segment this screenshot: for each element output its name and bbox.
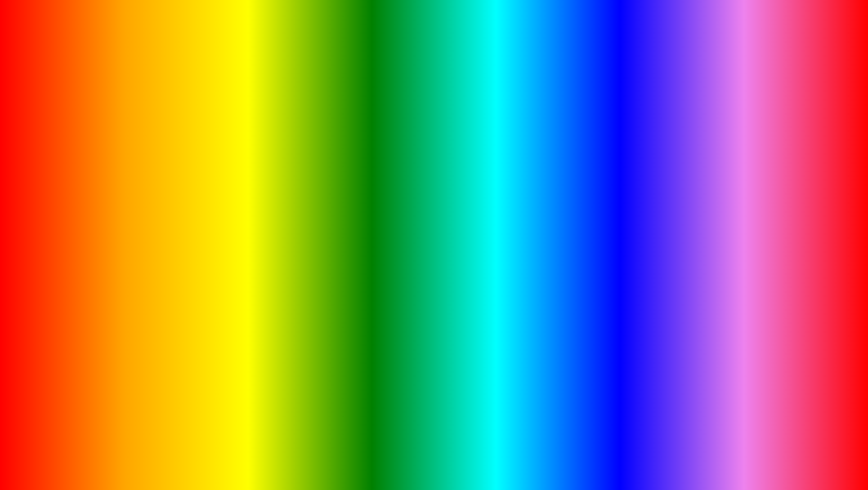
nav-teleport[interactable]: • Teleport •	[186, 147, 215, 155]
window-icon	[64, 134, 72, 142]
ms-content: Main Setting Level Item Item 2 Island Lo…	[635, 167, 822, 271]
select-monster-label[interactable]: Select Monster	[75, 201, 108, 206]
ms-close-btn[interactable]: ×	[814, 158, 818, 165]
ws-distance-row: Distance 11	[263, 206, 324, 212]
ms-slider-fill	[699, 233, 746, 235]
ms-z-label: Z	[699, 257, 702, 263]
nav-home[interactable]: • Home •	[63, 147, 87, 155]
ms-brand: King Legacy	[640, 158, 671, 165]
auto-haki-row: Auto Haki	[263, 226, 324, 233]
misc-title: \\ Misc //	[266, 217, 284, 222]
ms-auto-skill-label: Auto Skill	[699, 248, 721, 254]
auto-farm-no-quest-checkbox[interactable]	[63, 179, 69, 185]
skill-x-row: Skill X	[263, 255, 324, 262]
misc-header: \\ Misc // ✕	[263, 214, 324, 224]
auto-haki-toggle[interactable]	[310, 226, 324, 233]
skill-x-toggle[interactable]	[310, 255, 324, 262]
king-logo-box: 💀 KINGLEGACY	[738, 355, 819, 436]
ms-left-panel: Main Setting Level Item Item 2 Island Lo…	[635, 167, 694, 271]
monster-quest-checkbox[interactable]	[63, 209, 69, 214]
ms-menu-item[interactable]: Item	[639, 195, 689, 207]
window-title: Windows - King Legacy [New World]	[116, 135, 217, 142]
ms-type-weapon-label: Type Weapon	[699, 200, 817, 205]
settings-window: \\ Settings // ✕ Sword ‹ Above ‹ Distanc…	[259, 178, 328, 277]
ms-title-right: # Main Setting	[725, 158, 761, 165]
ws-sword-chevron: ‹	[323, 192, 324, 196]
ms-type-farm-arrow: ▼	[806, 186, 813, 193]
ms-menu-level[interactable]: Level	[639, 183, 689, 195]
skill-z-label: Skill Z	[263, 247, 276, 252]
nav-config[interactable]: • Config •	[89, 147, 115, 155]
af-quest-label: With Quest	[206, 213, 231, 218]
ms-type-weapon-dropdown[interactable]: Sword ▼	[699, 208, 817, 220]
ms-haki-label: Haki	[699, 239, 710, 245]
ms-type-weapon-value: Sword	[703, 211, 718, 217]
ws-above-label: Above	[263, 199, 277, 204]
main-title: KING LEGACY	[0, 4, 868, 76]
title-container: KING LEGACY	[0, 4, 868, 76]
ws-content: Sword ‹ Above ‹ Distance 11 \\ Misc // ✕…	[260, 188, 327, 276]
ms-set-distance-label: Set Distance	[699, 224, 817, 229]
version-number: 4.66	[277, 419, 374, 477]
ms-menu-local-player[interactable]: LocalPlayer	[639, 230, 689, 242]
ms-z-row: Z	[699, 257, 817, 263]
nav-farming[interactable]: • Farming •	[117, 147, 147, 155]
skills-header: \\ Skills //	[263, 239, 324, 244]
af-menu-credits[interactable]: Credits	[152, 247, 201, 256]
skills-section: \\ Skills // Skill Z Skill X Skill C	[263, 236, 324, 271]
ms-hash: #	[725, 158, 728, 165]
monster-no-quest-checkbox[interactable]	[63, 216, 69, 222]
auto-farm-boss-label: Auto Farm Boss	[206, 242, 242, 247]
auto-farm-quest-checkbox[interactable]	[63, 172, 69, 178]
skill-c-label: Skill C	[263, 265, 277, 270]
skill-z-row: Skill Z	[263, 246, 324, 253]
ms-menu-main-setting[interactable]: Main Setting	[639, 172, 689, 183]
ws-header: \\ Settings // ✕	[260, 179, 327, 188]
auto-farm-all-boss-label: Auto Farm All Boss	[206, 251, 249, 256]
ms-type-farm-value: Above	[703, 187, 718, 193]
ms-slider-thumb[interactable]	[744, 231, 749, 236]
main-setting-window: King Legacy # Main Setting × Main Settin…	[634, 155, 823, 272]
script-label: SCRIPT	[383, 422, 548, 474]
list-icon	[65, 203, 72, 205]
ms-type-farm-label: Type Farm	[699, 175, 817, 181]
misc-close-btn[interactable]: ✕	[313, 216, 321, 223]
window-titlebar: Windows - King Legacy [New World] ⚙	[60, 132, 273, 145]
ms-right-panel: Type Farm Above ▼ Type Weapon Sword ▼ Se…	[694, 167, 822, 271]
ms-haki-row: Haki	[699, 238, 817, 245]
refresh-boss-label[interactable]: Refresh Boss	[206, 266, 236, 272]
ms-auto-skill-row: Auto Skill	[699, 248, 817, 254]
ms-haki-checkbox[interactable]	[810, 239, 817, 245]
window-close-button[interactable]: ⚙	[260, 134, 268, 142]
auto-haki-label: Auto Haki	[263, 227, 284, 232]
ws-sword-label: Sword	[263, 191, 277, 196]
af-menu-devil-fruit[interactable]: Devil Fruit	[152, 229, 201, 238]
ws-distance-value: 11	[319, 206, 324, 212]
af-menu-miscellaneous[interactable]: Miscellaneous	[152, 238, 201, 247]
ms-menu-misc[interactable]: Misc	[639, 242, 689, 254]
misc-section: \\ Misc // ✕ Auto Haki	[263, 214, 324, 233]
ms-menu-island[interactable]: Island	[639, 218, 689, 230]
ms-type-weapon-arrow: ▼	[806, 210, 813, 218]
select-bosses-label[interactable]: Select Bosses	[206, 259, 238, 264]
ws-above-chevron: ‹	[323, 199, 324, 204]
king-logo-inner: 💀 KINGLEGACY	[739, 356, 817, 435]
nav-shop[interactable]: • Shop •	[217, 147, 240, 155]
nav-stat-player[interactable]: • Stat Player •	[148, 147, 184, 155]
ms-type-farm-dropdown[interactable]: Above ▼	[699, 183, 817, 196]
nav-bar: • Home • • Config • • Farming • • Stat P…	[60, 145, 273, 157]
ws-above-row: Above ‹	[263, 199, 324, 204]
skill-z-toggle[interactable]	[310, 246, 324, 253]
skill-c-toggle[interactable]	[310, 264, 324, 271]
nav-raid[interactable]: • Raid & C	[242, 147, 270, 155]
ms-menu-item2[interactable]: Item 2	[639, 207, 689, 218]
ms-distance-slider[interactable]	[699, 233, 817, 235]
af-menu-players[interactable]: Players	[152, 220, 201, 229]
update-label: UPDATE	[87, 422, 269, 474]
auto-farm-quest-label: Auto Farm Level (Quest)	[72, 172, 126, 178]
essentials-label: \\ Essentials //	[206, 276, 237, 282]
ms-haki-toggle[interactable]	[794, 238, 809, 245]
main-farming-header: ||-- Main Farming --||	[63, 160, 201, 169]
skill-x-label: Skill X	[263, 256, 277, 261]
ws-close-btn[interactable]: ✕	[316, 180, 324, 187]
